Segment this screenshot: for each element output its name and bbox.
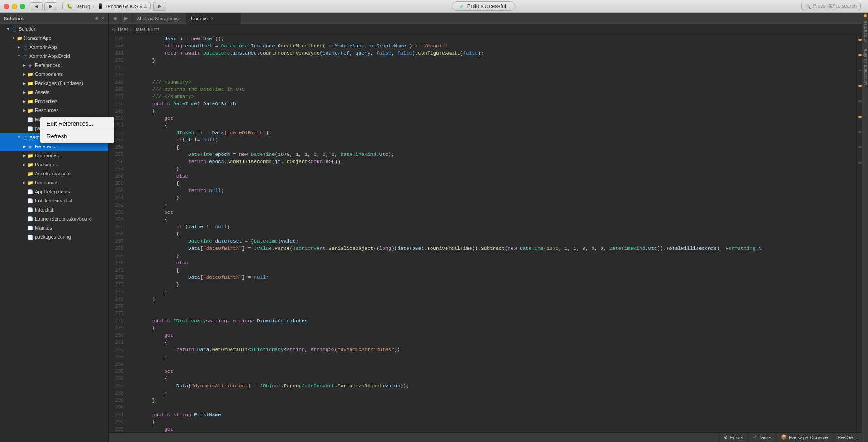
scheme-debug: Debug: [76, 4, 90, 9]
sidebar-item-packages-config-ios[interactable]: 📄 packages.config: [0, 232, 108, 241]
breadcrumb-user[interactable]: User: [118, 27, 128, 32]
sidebar-item-resources-droid[interactable]: ▶ 📁 Resources: [0, 106, 108, 115]
sidebar-content: ▼ ◫ Solution ▼ 📁 XamarinApp ▶ ◫ XamarinA…: [0, 24, 108, 442]
file-icon: 📄: [27, 216, 33, 222]
expand-arrow: ▶: [22, 108, 27, 113]
xamarinapp-root-label: XamarinApp: [24, 35, 52, 41]
forward-button[interactable]: ▶: [44, 2, 57, 10]
resources-droid-label: Resources: [35, 108, 59, 113]
maximize-button[interactable]: [20, 4, 25, 9]
sidebar-item-resources-ios[interactable]: ▶ 📁 Resources: [0, 178, 108, 187]
file-icon: 📄: [27, 116, 33, 122]
tab-close-icon[interactable]: ✕: [210, 16, 214, 21]
folder-icon: 📁: [27, 179, 33, 186]
packages-ios-label: Package...: [35, 162, 58, 167]
sidebar-item-xamarinapp[interactable]: ▶ ◫ XamarinApp: [0, 42, 108, 52]
line-numbers: 239240241242243 244245246247248 24925025…: [109, 34, 127, 432]
expand-arrow: ▶: [22, 181, 27, 185]
chevron-right-icon: ›: [93, 4, 95, 9]
document-outline-label[interactable]: Document Outline: [863, 49, 868, 85]
tab-bar: ◀ ▶ AbstractStorage.cs User.cs ✕: [109, 13, 862, 24]
references-ios-label: Referenc...: [35, 144, 59, 149]
back-button[interactable]: ◀: [30, 2, 43, 10]
sidebar: Solution ⊞ ✕ ▼ ◫ Solution ▼ 📁 XamarinApp…: [0, 13, 109, 442]
folder-icon: 📁: [27, 89, 33, 95]
sidebar-title: Solution: [4, 16, 24, 21]
folder-icon: 📁: [27, 107, 33, 113]
resources-ios-label: Resources: [35, 180, 59, 185]
sidebar-item-assets-droid[interactable]: ▶ 📁 Assets: [0, 88, 108, 97]
components-ios-label: Compone...: [35, 153, 61, 158]
assets-xcassets-label: Assets.xcassets: [35, 171, 71, 176]
file-icon: 📄: [27, 125, 33, 132]
folder-icon: 📁: [27, 80, 33, 86]
minimize-button[interactable]: [12, 4, 17, 9]
sidebar-item-packages-ios[interactable]: ▶ 📁 Package...: [0, 160, 108, 169]
sidebar-item-properties-droid[interactable]: ▶ 📁 Properties: [0, 97, 108, 106]
launchscreen-label: LaunchScreen.storyboard: [35, 216, 92, 221]
folder-icon: 📁: [27, 152, 33, 159]
search-bar[interactable]: 🔍 Press '⌘/' to search: [801, 2, 861, 10]
sidebar-item-packages-droid[interactable]: ▶ 📁 Packages (6 updates): [0, 79, 108, 88]
properties-label[interactable]: Properties: [863, 21, 868, 42]
sidebar-item-appdelegate[interactable]: 📄 AppDelegate.cs: [0, 187, 108, 196]
solution-icon: ◫: [11, 26, 17, 32]
tab-nav-left[interactable]: ◀: [109, 13, 120, 24]
tab-nav-right[interactable]: ▶: [120, 13, 132, 24]
xamarinapp-label: XamarinApp: [29, 44, 57, 50]
sidebar-item-solution[interactable]: ▼ ◫ Solution: [0, 24, 108, 33]
file-icon: 📄: [27, 197, 33, 204]
solution-label: Solution: [19, 26, 37, 32]
sidebar-item-assets-xcassets[interactable]: 📁 Assets.xcassets: [0, 169, 108, 178]
expand-arrow: ▶: [22, 63, 27, 67]
expand-arrow: ▶: [22, 145, 27, 149]
nav-controls: ◀ ▶: [30, 2, 57, 10]
sidebar-item-components-droid[interactable]: ▶ 📁 Components: [0, 70, 108, 79]
search-placeholder: Press '⌘/' to search: [812, 3, 857, 9]
tab-abstract-storage[interactable]: AbstractStorage.cs: [132, 13, 186, 24]
file-icon: 📄: [27, 188, 33, 195]
title-bar: ◀ ▶ 🐛 Debug › 📱 iPhone 6s iOS 9.3 ▶ ✓ Bu…: [0, 0, 868, 13]
file-icon: 📄: [27, 234, 33, 240]
sidebar-item-main-ios[interactable]: 📄 Main.cs: [0, 223, 108, 232]
sidebar-item-info-plist[interactable]: 📄 Info.plist: [0, 205, 108, 214]
sidebar-header: Solution ⊞ ✕: [0, 13, 108, 24]
breadcrumb: ◁ User › DateOfBirth: [109, 24, 862, 34]
tab-user-cs[interactable]: User.cs ✕: [186, 13, 241, 24]
run-icon: ▶: [158, 4, 161, 9]
breadcrumb-icon: ◁: [112, 26, 116, 32]
expand-arrow: ▶: [22, 163, 27, 167]
code-content[interactable]: User u = new User(); string countHref = …: [127, 34, 856, 432]
tasks-button[interactable]: ✓ Tasks: [748, 433, 776, 442]
sidebar-icon-1[interactable]: ⊞: [95, 16, 98, 21]
sidebar-item-droid[interactable]: ▼ ◫ XamarinApp.Droid: [0, 52, 108, 61]
context-menu-edit-references[interactable]: Edit References...: [40, 118, 114, 129]
sidebar-item-references-ios[interactable]: ▶ ◈ Referenc...: [0, 142, 108, 151]
context-menu-refresh[interactable]: Refresh: [40, 131, 114, 141]
device-icon: 📱: [97, 3, 104, 9]
droid-icon: ◫: [22, 53, 28, 59]
breadcrumb-dateofbirth[interactable]: DateOfBirth: [133, 27, 159, 32]
traffic-lights: [4, 4, 25, 9]
sidebar-item-references-droid[interactable]: ▶ ◈ References: [0, 61, 108, 70]
package-console-button[interactable]: 📦 Package Console: [776, 433, 832, 442]
bottom-bar: ⊗ Errors ✓ Tasks 📦 Package Console ResGe…: [109, 432, 862, 442]
tab-label-abstract: AbstractStorage.cs: [137, 16, 179, 21]
package-console-label: Package Console: [789, 435, 828, 440]
expand-arrow: ▼: [16, 136, 22, 140]
search-icon: 🔍: [805, 4, 811, 9]
resget-button[interactable]: ResGe...: [833, 433, 862, 442]
sidebar-item-xamarinapp-root[interactable]: ▼ 📁 XamarinApp: [0, 33, 108, 42]
sidebar-item-entitlements[interactable]: 📄 Entitlements.plist: [0, 196, 108, 205]
sidebar-close-icon[interactable]: ✕: [101, 16, 104, 21]
scheme-selector[interactable]: 🐛 Debug › 📱 iPhone 6s iOS 9.3: [62, 2, 151, 10]
close-button[interactable]: [4, 4, 9, 9]
errors-button[interactable]: ⊗ Errors: [719, 433, 748, 442]
sidebar-icons: ⊞ ✕: [95, 16, 104, 21]
resget-label: ResGe...: [838, 435, 857, 440]
sidebar-item-components-ios[interactable]: ▶ 📁 Compone...: [0, 151, 108, 160]
references-droid-label: References: [35, 62, 60, 68]
run-button[interactable]: ▶: [153, 2, 166, 11]
sidebar-item-launchscreen[interactable]: 📄 LaunchScreen.storyboard: [0, 214, 108, 223]
scrollbar-minimap[interactable]: [856, 34, 862, 432]
